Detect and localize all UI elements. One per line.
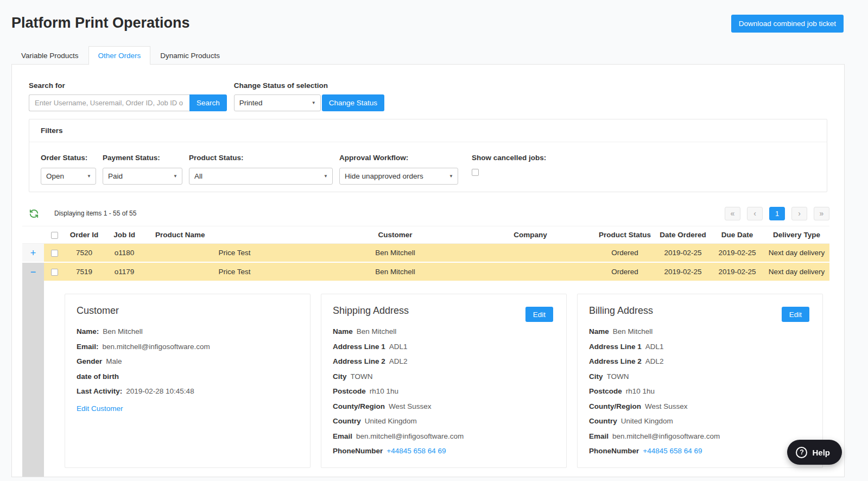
column-header-order-id: Order Id: [65, 226, 104, 244]
help-label: Help: [812, 448, 830, 457]
filters-panel: Filters Order Status: Open ▼ Payment Sta…: [29, 119, 827, 192]
billing-address-card: Billing Address Edit Name Ben Mitchell A…: [577, 294, 823, 468]
payment-status-filter: Payment Status: Paid ▼: [103, 154, 182, 185]
shipping-address-card: Shipping Address Edit Name Ben Mitchell …: [321, 294, 567, 468]
tab-dynamic-products[interactable]: Dynamic Products: [150, 46, 230, 65]
field-label: Email: [589, 432, 609, 442]
job-id-cell: o1180: [104, 244, 145, 263]
field-value: ben.mitchell@infigosoftware.com: [356, 432, 464, 442]
product-status-label: Product Status:: [189, 154, 333, 162]
field-label: Address Line 2: [589, 357, 642, 367]
table-toolbar: Displaying items 1 - 55 of 55 « ‹ 1 › »: [12, 203, 844, 224]
product-status-cell: Ordered: [594, 244, 655, 263]
billing-card-title: Billing Address: [589, 305, 811, 317]
detail-cards: Customer Name: Ben Mitchell Email: ben.m…: [44, 282, 829, 477]
edit-customer-link[interactable]: Edit Customer: [77, 404, 123, 413]
row-checkbox[interactable]: [51, 250, 58, 257]
field-value: United Kingdom: [365, 416, 417, 427]
chevron-down-icon: ▼: [87, 174, 91, 179]
show-cancelled-checkbox[interactable]: [472, 169, 479, 176]
pagination-first-button[interactable]: «: [725, 207, 740, 220]
checkbox-cell: [44, 263, 65, 282]
chevron-down-icon: ▼: [173, 174, 178, 179]
edit-billing-address-button[interactable]: Edit: [782, 307, 809, 322]
download-combined-job-ticket-button[interactable]: Download combined job ticket: [731, 15, 844, 33]
checkbox-cell: [44, 244, 65, 263]
tab-variable-products[interactable]: Variable Products: [11, 46, 88, 65]
field-value: rh10 1hu: [370, 387, 398, 397]
field-value: Ben Mitchell: [357, 327, 397, 337]
customer-card: Customer Name: Ben Mitchell Email: ben.m…: [65, 294, 311, 468]
edit-shipping-address-button[interactable]: Edit: [525, 307, 553, 322]
field-label: Country: [333, 416, 361, 427]
select-all-checkbox[interactable]: [51, 232, 58, 239]
pagination-prev-button[interactable]: ‹: [747, 207, 763, 220]
table-header-row: Order Id Job Id Product Name Customer Co…: [22, 226, 829, 244]
order-id-cell: 7520: [65, 244, 104, 263]
expand-row-button[interactable]: +: [30, 248, 36, 258]
pagination-page-1-button[interactable]: 1: [769, 207, 785, 220]
shipping-country-field: Country United Kingdom: [333, 416, 555, 427]
delivery-type-cell: Next day delivery: [764, 263, 829, 282]
topbar: Platform Print Operations Download combi…: [0, 0, 868, 33]
change-status-label: Change Status of selection: [234, 81, 384, 90]
question-mark-icon: ?: [796, 447, 807, 458]
due-date-cell: 2019-02-25: [711, 263, 764, 282]
field-value: rh10 1hu: [626, 387, 655, 397]
page-title: Platform Print Operations: [11, 15, 190, 31]
field-value: ADL1: [389, 342, 408, 352]
customer-name-field: Name: Ben Mitchell: [77, 327, 299, 337]
field-label: Postcode: [589, 387, 622, 397]
field-label: date of birth: [77, 372, 119, 382]
pagination-next-button[interactable]: ›: [791, 207, 807, 220]
expanded-row-detail: Customer Name: Ben Mitchell Email: ben.m…: [22, 282, 829, 477]
field-value: ADL2: [645, 357, 664, 367]
refresh-button[interactable]: [29, 208, 39, 219]
pagination-last-button[interactable]: »: [814, 207, 829, 220]
column-header-delivery-type: Delivery Type: [764, 226, 829, 244]
customer-last-activity-field: Last Activity: 2019-02-28 10:45:48: [77, 387, 299, 397]
shipping-postcode-field: Postcode rh10 1hu: [333, 387, 555, 397]
field-value: ADL1: [645, 342, 664, 352]
payment-status-select[interactable]: Paid ▼: [103, 168, 182, 185]
search-input[interactable]: [29, 94, 189, 111]
field-label: County/Region: [589, 402, 641, 412]
order-status-label: Order Status:: [41, 154, 96, 162]
due-date-cell: 2019-02-25: [711, 244, 764, 263]
order-status-select[interactable]: Open ▼: [41, 168, 96, 185]
status-select[interactable]: Printed ▼: [234, 94, 321, 111]
product-status-value: All: [194, 172, 202, 180]
collapse-row-button[interactable]: −: [30, 267, 36, 277]
payment-status-label: Payment Status:: [103, 154, 182, 162]
field-value: Ben Mitchell: [613, 327, 653, 337]
row-checkbox[interactable]: [51, 269, 58, 276]
field-value: ADL2: [389, 357, 408, 367]
expander-cell: +: [22, 244, 44, 263]
phone-number-link[interactable]: +44845 658 64 69: [387, 446, 446, 457]
approval-workflow-select[interactable]: Hide unapproved orders ▼: [339, 168, 458, 185]
column-header-due-date: Due Date: [711, 226, 764, 244]
tab-other-orders[interactable]: Other Orders: [88, 46, 151, 65]
column-header-date-ordered: Date Ordered: [655, 226, 711, 244]
billing-name-field: Name Ben Mitchell: [589, 327, 811, 337]
product-status-select[interactable]: All ▼: [189, 168, 333, 185]
field-label: Address Line 1: [589, 342, 642, 352]
filters-row: Order Status: Open ▼ Payment Status: Pai…: [29, 142, 827, 192]
table-row: − 7519 o1179 Price Test Ben Mitchell Ord…: [22, 263, 829, 282]
change-status-button[interactable]: Change Status: [322, 94, 384, 111]
field-value: Male: [106, 357, 122, 367]
product-status-filter: Product Status: All ▼: [189, 154, 333, 185]
job-id-cell: o1179: [104, 263, 145, 282]
chevron-down-icon: ▼: [324, 174, 328, 179]
product-status-cell: Ordered: [594, 263, 655, 282]
phone-number-link[interactable]: +44845 658 64 69: [643, 446, 702, 457]
items-summary: Displaying items 1 - 55 of 55: [54, 210, 136, 217]
payment-status-value: Paid: [108, 172, 123, 180]
billing-phone-field: PhoneNumber +44845 658 64 69: [589, 446, 811, 457]
controls-row: Search for Search Change Status of selec…: [12, 81, 844, 111]
expander-column-strip: [22, 282, 44, 477]
help-button[interactable]: ? Help: [787, 440, 842, 465]
field-value: 2019-02-28 10:45:48: [126, 387, 194, 397]
search-button[interactable]: Search: [189, 94, 227, 111]
customer-card-title: Customer: [77, 305, 299, 317]
